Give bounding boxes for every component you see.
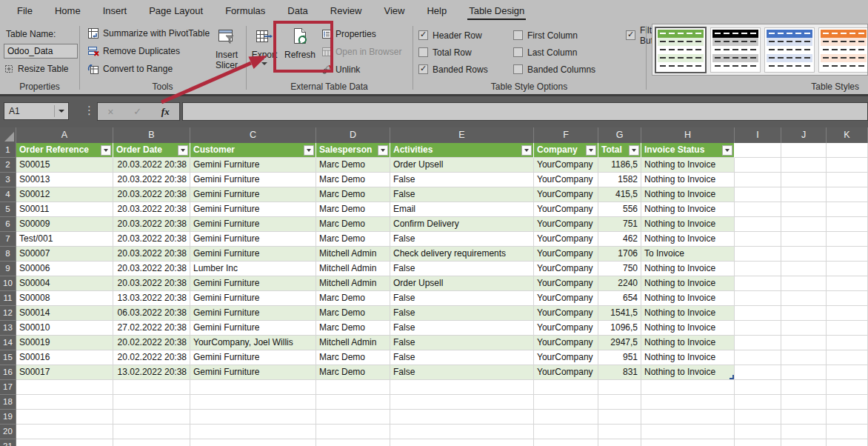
cell-A4[interactable]: S00012: [16, 187, 113, 202]
cell-E18[interactable]: [390, 395, 534, 410]
checkbox-total-row[interactable]: Total Row: [418, 44, 513, 61]
cell-C2[interactable]: Gemini Furniture: [190, 158, 316, 173]
cell-F10[interactable]: YourCompany: [534, 276, 598, 291]
cell-H10[interactable]: Nothing to Invoice: [641, 276, 735, 291]
cell-K18[interactable]: [827, 395, 868, 410]
cell-I17[interactable]: [735, 380, 781, 395]
cell-B18[interactable]: [113, 395, 190, 410]
cell-F17[interactable]: [534, 380, 598, 395]
cell-F16[interactable]: YourCompany: [534, 365, 598, 380]
cell-C1[interactable]: Customer: [190, 143, 316, 158]
convert-to-range-button[interactable]: Convert to Range: [87, 63, 173, 75]
filter-button-company[interactable]: [586, 145, 596, 156]
filter-button-salesperson[interactable]: [378, 145, 388, 156]
cell-D17[interactable]: [316, 380, 390, 395]
cell-J8[interactable]: [781, 247, 827, 262]
cell-C21[interactable]: [190, 439, 316, 446]
cell-B7[interactable]: 20.03.2022 20:38: [113, 232, 190, 247]
cell-F13[interactable]: YourCompany: [534, 321, 598, 336]
cell-B2[interactable]: 20.03.2022 20:38: [113, 158, 190, 173]
row-header-18[interactable]: 18: [0, 395, 16, 410]
cell-E6[interactable]: Confirm Delivery: [390, 217, 534, 232]
checkbox-banded-rows[interactable]: Banded Rows: [418, 61, 513, 78]
cell-E2[interactable]: Order Upsell: [390, 158, 534, 173]
cell-F1[interactable]: Company: [534, 143, 598, 158]
cell-J21[interactable]: [781, 439, 827, 446]
cell-F5[interactable]: YourCompany: [534, 202, 598, 217]
row-header-8[interactable]: 8: [0, 247, 16, 262]
cell-B6[interactable]: 20.03.2022 20:38: [113, 217, 190, 232]
cell-E19[interactable]: [390, 410, 534, 425]
cell-G18[interactable]: [598, 395, 641, 410]
cell-H9[interactable]: Nothing to Invoice: [641, 262, 735, 276]
cell-H13[interactable]: Nothing to Invoice: [641, 321, 735, 336]
cell-I11[interactable]: [735, 291, 781, 306]
open-in-browser-button[interactable]: Open in Browser: [321, 47, 401, 57]
cell-E11[interactable]: False: [390, 291, 534, 306]
cell-E10[interactable]: Order Upsell: [390, 276, 534, 291]
cell-E13[interactable]: False: [390, 321, 534, 336]
cell-D8[interactable]: Mitchell Admin: [316, 247, 390, 262]
row-header-5[interactable]: 5: [0, 202, 16, 217]
cell-K7[interactable]: [827, 232, 868, 247]
cell-D19[interactable]: [316, 410, 390, 425]
cell-D21[interactable]: [316, 439, 390, 446]
table-styles-gallery[interactable]: [652, 24, 868, 76]
cell-B21[interactable]: [113, 439, 190, 446]
cell-G11[interactable]: 654: [598, 291, 641, 306]
cell-C15[interactable]: Gemini Furniture: [190, 350, 316, 365]
cell-A9[interactable]: S00006: [16, 262, 113, 276]
cell-F19[interactable]: [534, 410, 598, 425]
cell-B5[interactable]: 20.03.2022 20:38: [113, 202, 190, 217]
checkbox-box-total-row[interactable]: [418, 47, 428, 57]
cell-F20[interactable]: [534, 425, 598, 439]
cell-G7[interactable]: 462: [598, 232, 641, 247]
cell-B15[interactable]: 20.02.2022 20:38: [113, 350, 190, 365]
table-style-swatch-blue[interactable]: [764, 27, 815, 73]
row-header-19[interactable]: 19: [0, 410, 16, 425]
column-header-E[interactable]: E: [390, 127, 534, 143]
cell-J16[interactable]: [781, 365, 827, 380]
cell-G6[interactable]: 751: [598, 217, 641, 232]
column-header-J[interactable]: J: [781, 127, 827, 143]
cell-F2[interactable]: YourCompany: [534, 158, 598, 173]
select-all-button[interactable]: [0, 127, 16, 143]
cell-K10[interactable]: [827, 276, 868, 291]
ribbon-tab-review[interactable]: Review: [319, 0, 373, 22]
row-header-17[interactable]: 17: [0, 380, 16, 395]
cell-D14[interactable]: Mitchell Admin: [316, 336, 390, 350]
cell-I10[interactable]: [735, 276, 781, 291]
column-header-D[interactable]: D: [316, 127, 390, 143]
remove-duplicates-button[interactable]: Remove Duplicates: [87, 45, 180, 57]
cell-J11[interactable]: [781, 291, 827, 306]
cell-K3[interactable]: [827, 173, 868, 187]
cell-G2[interactable]: 1186,5: [598, 158, 641, 173]
cell-H7[interactable]: Nothing to Invoice: [641, 232, 735, 247]
cell-A18[interactable]: [16, 395, 113, 410]
cell-H21[interactable]: [641, 439, 735, 446]
cell-B1[interactable]: Order Date: [113, 143, 190, 158]
cell-K15[interactable]: [827, 350, 868, 365]
cell-K16[interactable]: [827, 365, 868, 380]
cell-B20[interactable]: [113, 425, 190, 439]
cell-D3[interactable]: Marc Demo: [316, 173, 390, 187]
cell-A13[interactable]: S00010: [16, 321, 113, 336]
cell-I7[interactable]: [735, 232, 781, 247]
cell-K4[interactable]: [827, 187, 868, 202]
export-dropdown-chevron[interactable]: [261, 62, 267, 65]
cell-A20[interactable]: [16, 425, 113, 439]
cell-G1[interactable]: Total: [598, 143, 641, 158]
ribbon-tab-insert[interactable]: Insert: [92, 0, 138, 22]
checkbox-last-column[interactable]: Last Column: [513, 44, 626, 61]
cell-K21[interactable]: [827, 439, 868, 446]
cell-H14[interactable]: Nothing to Invoice: [641, 336, 735, 350]
cell-K17[interactable]: [827, 380, 868, 395]
cell-I16[interactable]: [735, 365, 781, 380]
cell-D13[interactable]: Marc Demo: [316, 321, 390, 336]
cell-A12[interactable]: S00014: [16, 306, 113, 321]
export-button[interactable]: Export: [247, 25, 281, 65]
cell-F11[interactable]: YourCompany: [534, 291, 598, 306]
cell-I20[interactable]: [735, 425, 781, 439]
cell-H18[interactable]: [641, 395, 735, 410]
cell-F12[interactable]: YourCompany: [534, 306, 598, 321]
